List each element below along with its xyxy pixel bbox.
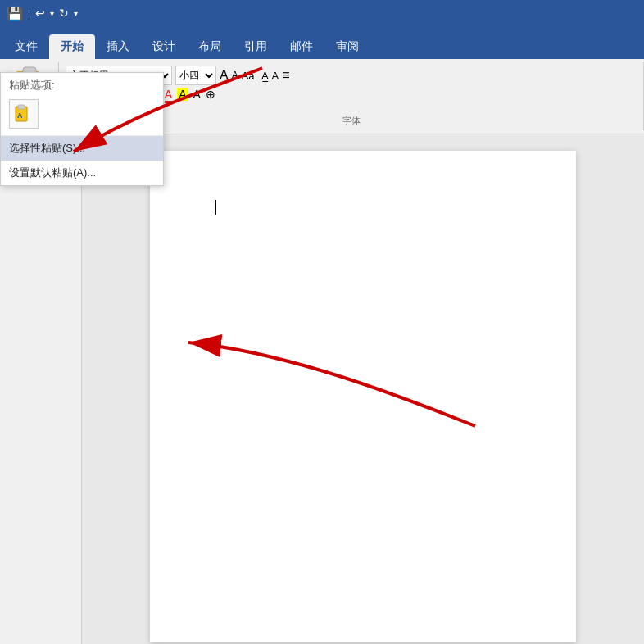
tab-review[interactable]: 审阅 (324, 34, 370, 59)
cursor (215, 200, 216, 215)
font-color-highlight[interactable]: A̲ (261, 70, 269, 82)
paste-keep-source-button[interactable]: A (9, 99, 39, 129)
paste-default-button[interactable]: 设置默认粘贴(A)... (1, 161, 163, 185)
clear-format-button[interactable]: A (272, 70, 279, 82)
tab-design[interactable]: 设计 (141, 34, 187, 59)
doc-page[interactable] (150, 151, 576, 642)
doc-wrapper (82, 134, 644, 644)
undo-button[interactable]: ↩ (35, 7, 45, 20)
tab-references[interactable]: 引用 (233, 34, 279, 59)
font-shrink-button[interactable]: A (232, 70, 238, 81)
paste-dropdown-menu: 粘贴选项: A 选择性粘贴(S)... 设置默认粘贴(A)... (0, 72, 164, 186)
highlight-color-button[interactable]: A (177, 88, 188, 101)
title-bar: 💾 | ↩ ▾ ↻ ▾ (0, 0, 644, 26)
list-style-button[interactable]: ≡ (282, 68, 289, 83)
separator: | (28, 8, 30, 18)
font-color-a-button[interactable]: A (165, 88, 172, 101)
svg-rect-10 (18, 105, 25, 109)
save-icon[interactable]: 💾 (7, 6, 23, 21)
font-size-select[interactable]: 小四 四号 小三 三号 (175, 66, 216, 85)
ribbon-tabs: 文件 开始 插入 设计 布局 引用 邮件 审阅 (0, 26, 644, 59)
aa-button[interactable]: Aa (242, 70, 255, 82)
tab-mailings[interactable]: 邮件 (279, 34, 324, 59)
left-panel (0, 134, 82, 644)
tab-file[interactable]: 文件 (3, 34, 49, 59)
tab-insert[interactable]: 插入 (95, 34, 141, 59)
tab-home[interactable]: 开始 (49, 34, 95, 59)
tab-layout[interactable]: 布局 (187, 34, 233, 59)
paste-menu-header: 粘贴选项: (1, 73, 163, 96)
font-color-button[interactable]: A (193, 88, 201, 101)
svg-text:A: A (17, 111, 23, 120)
main-area (0, 134, 644, 644)
paste-menu-icons: A (1, 96, 163, 135)
quick-access-more[interactable]: ▾ (74, 9, 78, 18)
paste-special-button[interactable]: 选择性粘贴(S)... (1, 136, 163, 161)
undo-dropdown[interactable]: ▾ (50, 9, 54, 18)
char-shading-button[interactable]: ⊕ (206, 88, 215, 101)
font-grow-button[interactable]: A (220, 68, 229, 83)
redo-button[interactable]: ↻ (59, 7, 69, 20)
